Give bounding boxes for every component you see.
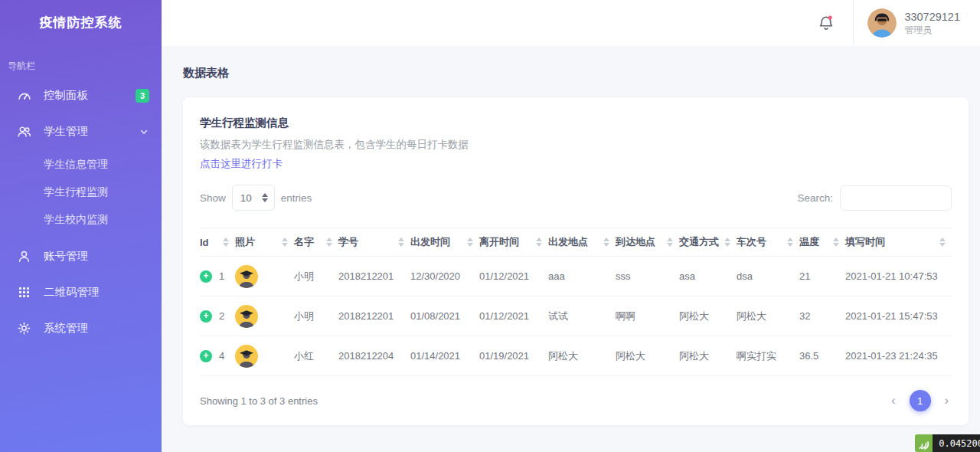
sidebar-item-system-management[interactable]: 系统管理 — [0, 310, 162, 346]
sidebar-item-label: 学生管理 — [44, 124, 139, 139]
table-header-row: Id 照片 名字 学号 出发时间 离开时间 出发地点 到达地点 交通方式 车次号… — [200, 228, 952, 257]
sidebar-item-student-management[interactable]: 学生管理 — [0, 113, 162, 149]
sort-icon — [467, 237, 473, 247]
expand-row-icon[interactable] — [200, 310, 212, 323]
dashboard-count-badge: 3 — [136, 89, 149, 103]
sort-icon — [536, 237, 542, 247]
sort-icon — [724, 237, 730, 247]
gauge-icon — [17, 88, 31, 103]
profiler-flame-icon — [915, 434, 933, 452]
page-number-button[interactable]: 1 — [910, 390, 931, 411]
sidebar-item-student-campus[interactable]: 学生校内监测 — [0, 206, 162, 234]
sidebar-item-label: 账号管理 — [44, 249, 149, 264]
showing-entries-info: Showing 1 to 3 of 3 entries — [200, 395, 318, 407]
table-row: 4 小红 2018212204 01/14/2021 01/19/2021 阿松… — [200, 336, 952, 376]
student-photo — [235, 345, 288, 368]
entries-label: entries — [281, 192, 312, 204]
col-header-from[interactable]: 出发地点 — [548, 228, 616, 257]
nav-section-label: 导航栏 — [0, 46, 162, 77]
pagination: ‹ 1 › — [888, 390, 952, 411]
notifications-button[interactable] — [799, 0, 853, 46]
sort-icon — [939, 237, 946, 247]
sort-icon — [667, 237, 673, 247]
col-header-to[interactable]: 到达地点 — [616, 228, 679, 257]
data-table-card: 学生行程监测信息 该数据表为学生行程监测信息表，包含学生的每日打卡数据 点击这里… — [183, 97, 969, 425]
student-management-submenu: 学生信息管理 学生行程监测 学生校内监测 — [0, 149, 162, 238]
col-header-name[interactable]: 名字 — [294, 228, 338, 257]
sidebar-item-student-travel[interactable]: 学生行程监测 — [0, 179, 162, 206]
sidebar-item-student-info[interactable]: 学生信息管理 — [0, 151, 162, 179]
expand-row-icon[interactable] — [200, 270, 212, 283]
student-photo — [235, 305, 288, 328]
sort-icon — [833, 237, 839, 247]
students-icon — [17, 124, 31, 139]
col-header-temperature[interactable]: 温度 — [799, 228, 845, 257]
col-header-train-no[interactable]: 车次号 — [737, 228, 799, 257]
sidebar-item-qrcode-management[interactable]: 二维码管理 — [0, 274, 162, 310]
app-title: 疫情防控系统 — [0, 0, 162, 46]
page-title: 数据表格 — [183, 66, 969, 80]
sidebar-item-label: 二维码管理 — [44, 285, 149, 300]
expand-row-icon[interactable] — [200, 350, 212, 362]
card-description: 该数据表为学生行程监测信息表，包含学生的每日打卡数据 — [200, 138, 952, 152]
col-header-student-no[interactable]: 学号 — [338, 228, 410, 257]
user-role: 管理员 — [904, 25, 960, 36]
page-length-select[interactable]: 10 — [232, 185, 275, 211]
col-header-id[interactable]: Id — [200, 228, 235, 257]
username: 330729121 — [904, 10, 960, 24]
table-footer: Showing 1 to 3 of 3 entries ‹ 1 › — [200, 390, 952, 411]
student-photo — [235, 265, 288, 288]
sort-icon — [326, 237, 332, 247]
topbar: 330729121 管理员 — [162, 0, 980, 46]
col-header-depart-time[interactable]: 出发时间 — [410, 228, 479, 257]
user-menu[interactable]: 330729121 管理员 — [853, 0, 980, 46]
sort-icon — [223, 237, 229, 247]
chevron-down-icon — [139, 126, 149, 137]
main-content: 数据表格 学生行程监测信息 该数据表为学生行程监测信息表，包含学生的每日打卡数据… — [162, 46, 980, 452]
col-header-leave-time[interactable]: 离开时间 — [479, 228, 548, 257]
table-controls: Show 10 entries Search: — [200, 185, 952, 211]
bell-icon — [817, 14, 835, 32]
qrcode-icon — [17, 285, 31, 300]
records-table: Id 照片 名字 学号 出发时间 离开时间 出发地点 到达地点 交通方式 车次号… — [200, 228, 952, 376]
sidebar-item-label: 控制面板 — [44, 88, 136, 103]
col-header-filled-at[interactable]: 填写时间 — [845, 228, 952, 257]
sidebar-item-dashboard[interactable]: 控制面板 3 — [0, 77, 162, 113]
sidebar-item-account-management[interactable]: 账号管理 — [0, 238, 162, 274]
col-header-transport[interactable]: 交通方式 — [679, 228, 737, 257]
sort-icon — [398, 237, 404, 247]
col-header-photo[interactable]: 照片 — [235, 228, 294, 257]
next-page-icon[interactable]: › — [942, 394, 952, 408]
avatar — [867, 8, 897, 38]
sidebar: 疫情防控系统 导航栏 控制面板 3 学生管理 学 — [0, 0, 162, 452]
gear-icon — [17, 321, 31, 336]
table-row: 2 小明 2018212201 01/08/2021 01/12/2021 试试… — [200, 296, 952, 336]
show-label: Show — [200, 192, 226, 204]
search-input[interactable] — [840, 185, 952, 211]
prev-page-icon[interactable]: ‹ — [888, 394, 898, 408]
search-label: Search: — [797, 192, 833, 204]
profiler-badge[interactable]: 0.045200 — [915, 434, 980, 452]
card-title: 学生行程监测信息 — [200, 116, 952, 130]
sort-icon — [603, 237, 609, 247]
sidebar-item-label: 系统管理 — [44, 321, 149, 336]
table-row: 1 小明 2018212201 12/30/2020 01/12/2021 aa… — [200, 257, 952, 296]
page-length-value: 10 — [240, 192, 252, 204]
select-arrows-icon — [262, 193, 268, 202]
sort-icon — [787, 237, 793, 247]
checkin-link[interactable]: 点击这里进行打卡 — [200, 157, 283, 171]
profiler-time: 0.045200 — [933, 434, 980, 452]
account-icon — [17, 249, 31, 264]
sort-icon — [282, 237, 288, 247]
